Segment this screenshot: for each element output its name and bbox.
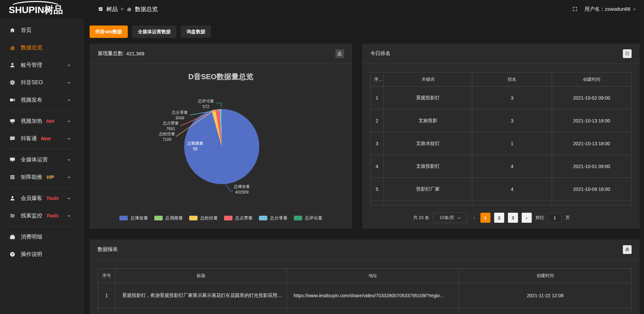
- sidebar-item[interactable]: 线索监控 Tools: [0, 207, 84, 224]
- home-icon: [9, 27, 16, 33]
- grid-icon: [9, 174, 16, 180]
- rank-panel-header: 今日排名 日: [362, 44, 640, 64]
- legend-swatch: [154, 216, 163, 220]
- next-page-button[interactable]: ›: [522, 213, 532, 223]
- sidebar-item-label: 矩阵助推: [21, 174, 42, 181]
- sidebar-item[interactable]: 首页: [0, 21, 84, 39]
- report-panel: 数据报表 表 序号标题地址创建时间1景观投影灯，夜游景观投影灯厂家展示展示落花灯…: [90, 240, 640, 314]
- sidebar-item[interactable]: 账号管理: [0, 56, 84, 74]
- legend-item[interactable]: 总视频量: [154, 215, 183, 221]
- sidebar-item-label: 线索监控: [21, 212, 42, 219]
- sidebar-item-label: 首页: [21, 27, 32, 34]
- page-size-value: 10条/页: [439, 215, 454, 221]
- user-menu[interactable]: 用户名：zswodun88: [585, 6, 637, 12]
- sidebar-item[interactable]: ? 操作说明: [0, 246, 84, 263]
- tab[interactable]: 询盘数据: [181, 25, 211, 38]
- table-cell: 景观投影灯，夜游景观投影灯厂家展示展示落花灯在花园里的灯光投影应用效果 #: [115, 283, 287, 308]
- legend-item[interactable]: 总分享量: [259, 215, 287, 221]
- sidebar-item[interactable]: 抖音SEO: [0, 74, 84, 91]
- tab[interactable]: 全媒体运营数据: [132, 25, 176, 38]
- chevron-down-icon: [65, 158, 72, 162]
- pie-label: 总评论量 572: [191, 98, 221, 110]
- table-cell: 2021-10-09 18:00: [552, 178, 631, 201]
- screen-icon: [9, 118, 16, 124]
- pie-label: 总播放量 402909: [226, 184, 257, 195]
- sidebar-item[interactable]: 数据总览: [0, 39, 84, 56]
- rank-corner-button[interactable]: 日: [623, 49, 632, 58]
- sidebar-divider: [8, 188, 75, 188]
- sidebar-badge: Hot: [46, 118, 54, 124]
- table-cell: 2021-11-22 12:08: [459, 283, 632, 308]
- sidebar-divider: [8, 226, 75, 226]
- pie-label-value: 7100: [152, 137, 182, 143]
- legend-label: 总评论量: [305, 215, 322, 221]
- pie-label-value: 58: [180, 146, 211, 152]
- sidebar-item[interactable]: 视频发布: [0, 91, 84, 109]
- table-cell: 2021-10-13 18:00: [552, 109, 631, 132]
- legend-label: 总分享量: [270, 215, 287, 221]
- checked-square-icon: [98, 6, 103, 12]
- sidebar-item-label: 抖音SEO: [21, 79, 43, 86]
- sidebar-item[interactable]: 视频加热 Hot: [0, 112, 84, 130]
- pagination-total: 共 23 条: [413, 215, 429, 221]
- chart-icon: [9, 45, 16, 51]
- sidebar-badge: Tools: [46, 196, 59, 201]
- legend-swatch: [119, 216, 128, 220]
- pie-label-name: 总分享量: [164, 110, 195, 115]
- prev-page-button[interactable]: ‹: [471, 214, 477, 221]
- sidebar-badge: New: [41, 136, 51, 141]
- sidebar-divider: [8, 149, 75, 149]
- column-header: 地址: [287, 269, 459, 283]
- sidebar-item-label: 操作说明: [21, 251, 42, 258]
- chevron-down-icon: [632, 7, 637, 11]
- page-button-1[interactable]: 1: [480, 213, 490, 223]
- page-button-2[interactable]: 2: [494, 213, 504, 223]
- overview-title: 展现量总数: 421,369: [98, 50, 144, 57]
- table-row: 1景观投影灯，夜游景观投影灯厂家展示展示落花灯在花园里的灯光投影应用效果 #ht…: [98, 283, 632, 308]
- goto-page-input[interactable]: [548, 213, 562, 222]
- legend-item[interactable]: 总评论量: [294, 215, 322, 221]
- column-header: 序号: [98, 269, 116, 283]
- pie-label: 总粉丝量 7100: [152, 131, 182, 143]
- fullscreen-icon[interactable]: [572, 6, 578, 12]
- legend-label: 总点赞量: [235, 215, 253, 221]
- goto-label: 前往: [535, 215, 544, 221]
- legend-item[interactable]: 总播放量: [119, 215, 148, 221]
- sidebar: 首页 数据总览 账号管理 抖音SEO 视频发布 视频加热 Hot 抖客通: [0, 18, 84, 314]
- legend-item[interactable]: 总粉丝量: [189, 215, 218, 221]
- page-size-select[interactable]: 10条/页: [433, 212, 468, 223]
- sidebar-item[interactable]: 抖客通 New: [0, 130, 84, 147]
- table-cell: 1: [371, 87, 384, 109]
- breadcrumb-item-home[interactable]: 树品: [106, 5, 118, 13]
- table-cell: 景观投影灯: [383, 87, 472, 109]
- table-cell: 2021-10-01 09:00: [552, 155, 631, 178]
- table-cell: 文旅投影灯: [383, 155, 472, 178]
- sidebar-item[interactable]: 全媒体运营: [0, 151, 84, 168]
- header-right: 用户名：zswodun88: [572, 0, 637, 18]
- table-row: 1景观投影灯32021-10-02 09:00: [371, 87, 632, 109]
- chevron-down-icon: [65, 98, 72, 102]
- pie-label-name: 总视频量: [180, 141, 211, 146]
- column-header: 序号: [371, 72, 384, 87]
- sidebar-item[interactable]: 会员爆客 Tools: [0, 190, 84, 207]
- overview-corner-button[interactable]: 总: [335, 49, 344, 58]
- sidebar-item[interactable]: 矩阵助推 VIP: [0, 168, 84, 186]
- pagination: 共 23 条 10条/页 ‹123› 前往 页: [413, 212, 570, 223]
- table-cell[interactable]: https://www.iesdouyin.com/share/video/70…: [287, 283, 459, 308]
- table-row: 5投影灯厂家42021-10-09 18:00: [371, 178, 632, 201]
- table-row-partial: [98, 308, 632, 314]
- tab[interactable]: 抖音seo数据: [90, 25, 128, 38]
- overview-panel-header: 展现量总数: 421,369 总: [90, 44, 352, 64]
- legend-item[interactable]: 总点赞量: [224, 215, 253, 221]
- sidebar-item[interactable]: 消费明细: [0, 228, 84, 246]
- chevron-down-icon: [457, 216, 461, 220]
- header-divider: [90, 20, 640, 20]
- page-button-3[interactable]: 3: [508, 213, 518, 223]
- sliders-icon: [9, 213, 16, 219]
- table-cell: 1: [472, 132, 552, 155]
- report-corner-button[interactable]: 表: [623, 245, 632, 254]
- user-icon: [9, 62, 16, 68]
- sidebar-badge: VIP: [46, 174, 54, 180]
- brand-logo: SHUPIN树品: [9, 4, 63, 16]
- table-row-partial: [371, 201, 632, 205]
